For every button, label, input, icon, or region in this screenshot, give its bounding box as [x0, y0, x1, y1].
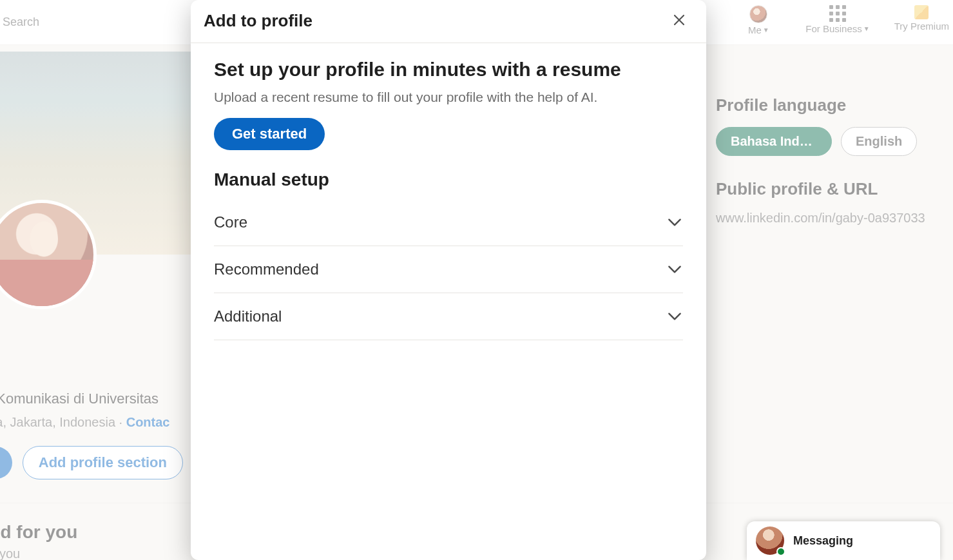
nav-business[interactable]: For Business ▼	[805, 5, 869, 34]
caret-down-icon: ▼	[763, 26, 769, 34]
chevron-down-icon	[666, 308, 683, 325]
presence-indicator-icon	[776, 547, 785, 556]
language-pill-indonesian[interactable]: Bahasa Indo...	[716, 127, 832, 156]
add-to-profile-modal: Add to profile Set up your profile in mi…	[191, 0, 706, 560]
accordion-recommended[interactable]: Recommended	[214, 246, 683, 293]
get-started-button[interactable]: Get started	[214, 118, 325, 150]
close-button[interactable]	[668, 9, 691, 32]
nav-premium[interactable]: Try Premium	[894, 5, 949, 32]
nav-business-label: For Business	[805, 23, 862, 34]
accordion-recommended-label: Recommended	[214, 260, 319, 278]
nav-me[interactable]: Me ▼	[736, 5, 781, 35]
premium-icon	[914, 5, 929, 19]
nav-premium-label: Try Premium	[894, 21, 949, 32]
accordion-core[interactable]: Core	[214, 202, 683, 246]
modal-title: Add to profile	[204, 11, 313, 31]
search-input[interactable]: Search	[0, 15, 39, 29]
open-to-button[interactable]: to	[0, 447, 12, 479]
suggested-subtitle: e to you	[0, 546, 77, 560]
public-url-title: Public profile & URL	[716, 179, 953, 199]
profile-language-title: Profile language	[716, 95, 953, 115]
suggested-section: sted for you e to you	[0, 522, 77, 560]
contact-link[interactable]: Contac	[126, 415, 170, 429]
accordion-additional-label: Additional	[214, 307, 282, 325]
messaging-widget[interactable]: Messaging	[747, 521, 940, 560]
caret-down-icon: ▼	[863, 25, 870, 32]
resume-hero-title: Set up your profile in minutes with a re…	[214, 59, 683, 81]
accordion-additional[interactable]: Additional	[214, 293, 683, 340]
chevron-down-icon	[666, 261, 683, 278]
suggested-title: sted for you	[0, 522, 77, 543]
chevron-down-icon	[666, 214, 683, 231]
avatar-icon	[749, 5, 767, 23]
messaging-label: Messaging	[793, 534, 853, 548]
nav-me-label: Me	[748, 24, 762, 35]
close-icon	[671, 12, 687, 30]
apps-grid-icon	[829, 5, 846, 22]
manual-setup-title: Manual setup	[214, 169, 683, 190]
add-profile-section-button[interactable]: Add profile section	[23, 446, 183, 479]
language-pill-english[interactable]: English	[841, 127, 917, 156]
resume-hero-subtitle: Upload a recent resume to fill out your …	[214, 90, 683, 105]
profile-actions: to Add profile section	[0, 446, 183, 479]
right-column: Profile language Bahasa Indo... English …	[708, 95, 953, 249]
accordion-core-label: Core	[214, 213, 247, 231]
profile-location: karta, Jakarta, Indonesia	[0, 415, 115, 429]
public-url-value[interactable]: www.linkedin.com/in/gaby-0a937033	[716, 211, 953, 226]
